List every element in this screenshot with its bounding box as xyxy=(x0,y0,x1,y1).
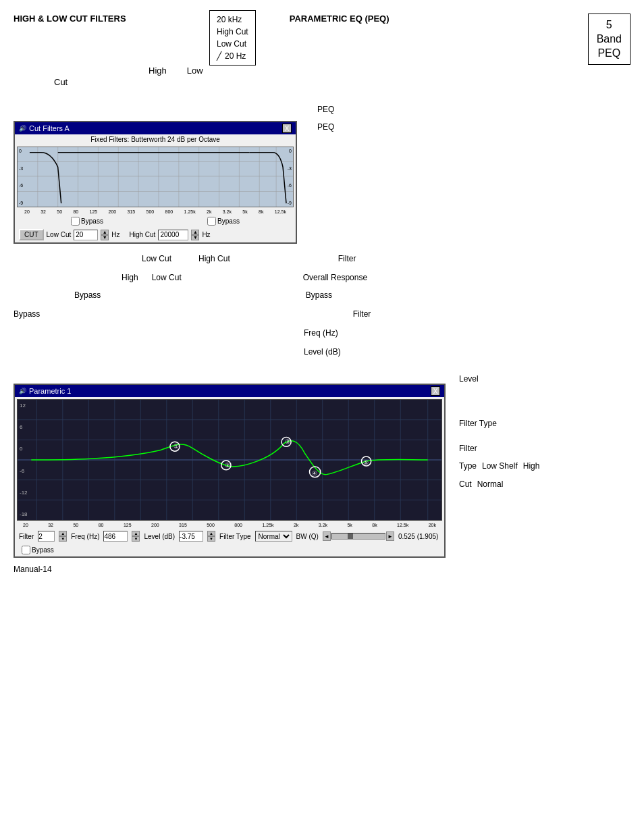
page-container: HIGH & LOW CUT FILTERS 20 kHz High Cut L… xyxy=(0,0,644,834)
bypass-high-checkbox[interactable] xyxy=(207,217,216,226)
high-label-right: High xyxy=(523,457,540,475)
filter-diagram-box: 20 kHz High Cut Low Cut ╱ 20 Hz xyxy=(209,10,256,66)
bw-ctrl-label: BW (Q) xyxy=(296,533,319,540)
param-x-labels: 20325080125200315 5008001.25k2k3.2k5k8k1… xyxy=(15,523,444,527)
filter-type-ctrl-label: Filter Type xyxy=(219,533,251,540)
right-annotations-param: Level Filter Type Filter Type Low Shelf … xyxy=(459,370,539,493)
high-cut-spinner[interactable]: ▲ ▼ xyxy=(191,230,199,240)
parametric-titlebar: 🔊 Parametric 1 X xyxy=(15,385,444,397)
filter-ann2: Filter xyxy=(353,309,371,319)
filter-diagram-line2: High Cut xyxy=(217,26,248,38)
parametric-close-icon[interactable]: X xyxy=(431,386,440,396)
cut-filters-graph: 0-3-6-9 0-3-6-9 xyxy=(17,147,294,207)
filter-ann-right: Filter xyxy=(338,251,356,267)
cut-graph-svg xyxy=(18,147,293,207)
highlow-section: HIGH & LOW CUT FILTERS xyxy=(14,14,149,29)
cut-y-labels-left: 0-3-6-9 xyxy=(19,147,23,207)
bypass-low-label[interactable]: Bypass xyxy=(71,217,103,226)
low-cut-up[interactable]: ▲ xyxy=(101,230,109,235)
freq-ctrl-label: Freq (Hz) xyxy=(71,533,99,540)
filter-ann-label: Filter xyxy=(459,440,477,457)
high-cut-input[interactable] xyxy=(158,230,188,240)
high-low-labels: High Low xyxy=(149,66,630,76)
low-cut-unit: Hz xyxy=(111,231,119,238)
bypass-row: Bypass Bypass xyxy=(15,215,296,227)
cut-filters-title: Cut Filters A xyxy=(29,124,70,132)
cut-filters-subtitle: Fixed Filters: Butterworth 24 dB per Oct… xyxy=(15,134,296,145)
bypass-high-label[interactable]: Bypass xyxy=(207,217,240,226)
close-icon[interactable]: X xyxy=(282,124,292,133)
band-number: 5 xyxy=(597,18,622,32)
filter-type-select[interactable]: Normal xyxy=(255,531,292,542)
band-peq-box: 5 Band PEQ xyxy=(588,14,630,65)
highlow-title: HIGH & LOW CUT FILTERS xyxy=(14,14,149,24)
bw-slider-thumb[interactable] xyxy=(348,533,353,539)
freq-spinner[interactable]: ▲ ▼ xyxy=(132,531,140,542)
high-cut-up[interactable]: ▲ xyxy=(191,230,199,235)
freq-input[interactable] xyxy=(103,531,128,542)
peq-ann-1: PEQ xyxy=(317,101,334,118)
freq-hz-ann: Freq (Hz) xyxy=(304,328,338,338)
type-label: Type xyxy=(459,457,477,475)
filter-type-options: Filter xyxy=(459,440,539,457)
bypass-ann1: Bypass xyxy=(74,290,101,300)
parametric-window: 🔊 Parametric 1 X 1260-6-12-18 xyxy=(14,384,446,558)
cut-filters-row: 🔊 Cut Filters A X Fixed Filters: Butterw… xyxy=(14,101,630,244)
cut-normal-row: Cut Normal xyxy=(459,475,539,493)
cut-filters-titlebar: 🔊 Cut Filters A X xyxy=(15,122,296,134)
cut-button[interactable]: CUT xyxy=(19,229,44,240)
top-section: HIGH & LOW CUT FILTERS 20 kHz High Cut L… xyxy=(14,14,630,66)
param-bypass-checkbox[interactable] xyxy=(22,546,30,554)
filter-diagram-line1: 20 kHz xyxy=(217,14,248,26)
band-label: Band xyxy=(597,32,622,47)
bw-right-arrow[interactable]: ► xyxy=(386,531,394,541)
filter-ctrl-label: Filter xyxy=(19,533,34,540)
param-y-labels: 1260-6-12-18 xyxy=(20,400,28,520)
level-spinner[interactable]: ▲ ▼ xyxy=(207,531,215,542)
low-cut-spinner[interactable]: ▲ ▼ xyxy=(101,230,109,240)
low-shelf-label: Low Shelf xyxy=(482,457,518,475)
high-cut-ctrl-label: High Cut xyxy=(129,231,155,238)
bypass-low-checkbox[interactable] xyxy=(71,217,80,226)
bw-value: 0.525 (1.905) xyxy=(398,533,439,540)
level-up[interactable]: ▲ xyxy=(207,531,215,536)
param-bypass-label[interactable]: Bypass xyxy=(22,546,54,554)
filter-up[interactable]: ▲ xyxy=(59,531,67,536)
cut-filters-window: 🔊 Cut Filters A X Fixed Filters: Butterw… xyxy=(14,121,297,244)
param-graph-svg: ① ② ③ ④ ⑤ xyxy=(18,400,441,520)
level-ctrl-label: Level (dB) xyxy=(144,533,175,540)
parametric-title: Parametric 1 xyxy=(29,387,71,395)
cut-controls: CUT Low Cut ▲ ▼ Hz High Cut ▲ ▼ Hz xyxy=(15,227,296,242)
level-db-ann: Level (dB) xyxy=(304,347,341,357)
freq-up[interactable]: ▲ xyxy=(132,531,140,536)
low-cut-ann: Low Cut xyxy=(142,251,171,267)
svg-text:①: ① xyxy=(173,443,179,450)
svg-text:④: ④ xyxy=(312,470,317,477)
cut-x-labels: 20325080125200315 5008001.25k2k3.2k5k8k1… xyxy=(15,209,296,214)
cut-label: Cut xyxy=(54,77,630,87)
high-cut-unit: Hz xyxy=(202,231,210,238)
peq-label: PEQ xyxy=(597,47,622,61)
bw-slider-container: ◄ ► xyxy=(323,531,394,541)
level-right-ann: Level xyxy=(459,370,539,388)
cut-y-labels-right: 0-3-6-9 xyxy=(288,147,292,207)
overall-response-ann: Overall Response xyxy=(303,269,367,286)
level-input[interactable] xyxy=(179,531,203,542)
freq-down[interactable]: ▼ xyxy=(132,536,140,542)
bw-slider-track[interactable] xyxy=(331,533,385,540)
parametric-graph: 1260-6-12-18 xyxy=(17,399,442,521)
high-ann: High xyxy=(122,269,138,286)
low-cut-down[interactable]: ▼ xyxy=(101,235,109,240)
cut-label-right: Cut xyxy=(459,475,472,493)
high-cut-down[interactable]: ▼ xyxy=(191,235,199,240)
bw-left-arrow[interactable]: ◄ xyxy=(323,531,331,541)
level-down[interactable]: ▼ xyxy=(207,536,215,542)
low-cut-input[interactable] xyxy=(74,230,98,240)
filter-spinner[interactable]: ▲ ▼ xyxy=(59,531,67,542)
bypass-ann3: Bypass xyxy=(306,290,332,300)
high-label: High xyxy=(149,66,167,76)
filter-number-input[interactable] xyxy=(38,531,55,542)
low-label: Low xyxy=(187,66,203,76)
filter-down[interactable]: ▼ xyxy=(59,536,67,542)
filter-diagram-line3: Low Cut xyxy=(217,38,248,50)
